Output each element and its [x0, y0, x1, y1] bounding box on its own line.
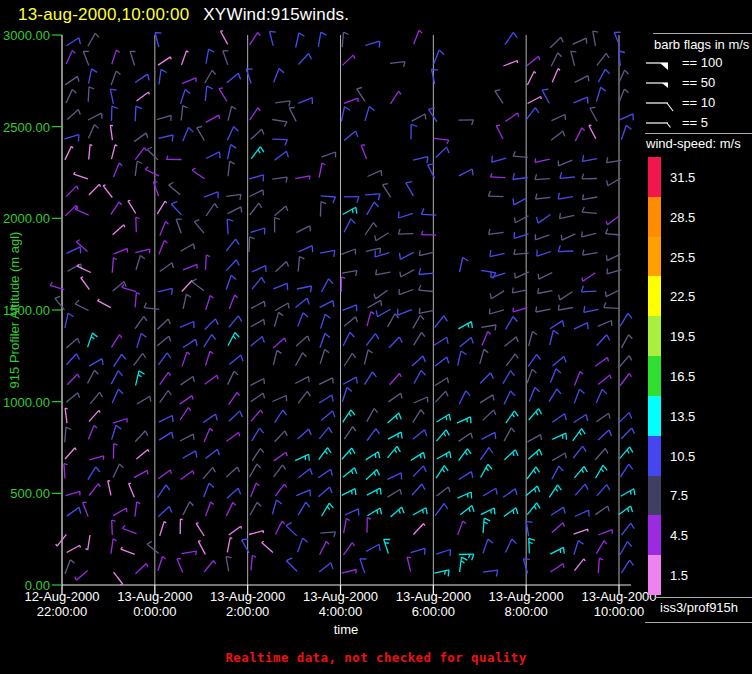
wind-barb: [275, 303, 289, 311]
wind-barb: [275, 431, 288, 442]
wind-barb: [147, 541, 159, 553]
wind-barb: [229, 392, 240, 404]
wind-barb: [296, 490, 310, 497]
wind-barb: [550, 547, 564, 554]
wind-barb: [205, 70, 216, 83]
wind-barb: [66, 186, 78, 197]
y-tick-label: 2500.00: [0, 120, 50, 135]
wind-barb: [145, 167, 159, 176]
wind-barb: [619, 114, 633, 121]
wind-barb: [204, 335, 216, 348]
wind-barb: [413, 524, 424, 535]
wind-barb: [134, 470, 148, 477]
wind-barb: [181, 106, 188, 121]
wind-barb: [160, 222, 169, 236]
wind-barb: [204, 192, 218, 199]
wind-barb: [342, 489, 356, 496]
wind-barb: [400, 270, 414, 277]
wind-barb: [607, 254, 621, 261]
wind-barb: [112, 425, 122, 439]
wind-barb: [160, 521, 167, 535]
wind-barb: [406, 182, 414, 196]
colorbar-segment: [648, 316, 661, 356]
wind-barb: [619, 89, 629, 103]
wind-barb: [414, 332, 425, 345]
wind-barb: [249, 531, 264, 535]
wind-barb: [206, 351, 214, 365]
wind-barb: [414, 397, 428, 403]
wind-barb: [621, 489, 635, 497]
wind-barb: [223, 51, 229, 65]
wind-barb: [343, 410, 355, 422]
wind-barb: [596, 87, 606, 101]
wind-barb: [551, 131, 565, 140]
wind-barb: [536, 307, 551, 313]
wind-barb: [275, 151, 289, 160]
wind-barb: [558, 245, 573, 251]
wind-barb: [75, 300, 89, 310]
wind-barb: [153, 182, 158, 196]
wind-barb: [436, 147, 449, 157]
wind-barb: [344, 317, 357, 327]
legend-row-label: == 50: [682, 75, 715, 90]
wind-barb: [321, 314, 331, 328]
wind-barb: [65, 76, 79, 85]
wind-barb: [583, 155, 598, 161]
wind-barb: [513, 308, 527, 312]
wind-barb: [226, 194, 241, 199]
wind-barb: [552, 433, 566, 440]
wind-barb: [65, 146, 73, 160]
wind-barb: [458, 120, 473, 125]
wind-barb: [536, 215, 550, 224]
wind-barb: [366, 452, 380, 460]
wind-barb: [513, 173, 528, 179]
wind-barb: [157, 319, 170, 329]
wind-barb: [481, 508, 495, 515]
wind-barb: [319, 563, 333, 572]
wind-barb: [506, 411, 518, 423]
wind-barb: [551, 564, 564, 572]
wind-barb: [249, 190, 263, 197]
wind-barb: [535, 174, 550, 179]
wind-barb: [598, 430, 612, 440]
wind-barb: [250, 379, 264, 386]
wind-barb: [366, 544, 380, 551]
wind-barb: [366, 334, 379, 346]
wind-barb: [490, 309, 504, 315]
wind-barb: [251, 556, 256, 571]
barb-legend: == 100== 50== 10== 5: [644, 52, 723, 132]
wind-barb: [344, 427, 356, 439]
wind-barb: [65, 135, 79, 142]
wind-barb: [483, 410, 496, 420]
wind-barb: [344, 197, 359, 203]
wind-barb: [483, 570, 498, 576]
wind-barb: [398, 229, 413, 234]
colorbar-segment: [648, 515, 661, 555]
wind-barb: [134, 353, 146, 365]
wind-barb: [412, 356, 426, 366]
wind-barb: [66, 38, 80, 46]
wind-barb: [582, 207, 597, 213]
wind-barb: [299, 246, 313, 253]
wind-barb: [221, 31, 228, 45]
wind-barb: [320, 349, 329, 363]
wind-barb: [320, 334, 330, 348]
wind-barb: [573, 38, 587, 44]
wind-barb: [74, 172, 88, 179]
wind-barb: [437, 452, 451, 459]
wind-barb: [320, 202, 326, 217]
wind-barb: [606, 229, 621, 235]
wind-barb: [89, 359, 103, 367]
wind-barb: [374, 290, 388, 299]
wind-barb: [619, 51, 625, 66]
wind-barb: [596, 465, 608, 478]
wind-barb: [606, 216, 619, 225]
wind-barb: [249, 237, 255, 252]
half-barb-icon: [644, 112, 676, 132]
wind-barb: [319, 448, 331, 460]
wind-barb: [227, 432, 240, 441]
wind-barb: [344, 543, 355, 555]
wind-barb: [177, 559, 183, 573]
wind-barb: [606, 290, 620, 297]
wind-barb: [180, 434, 194, 441]
